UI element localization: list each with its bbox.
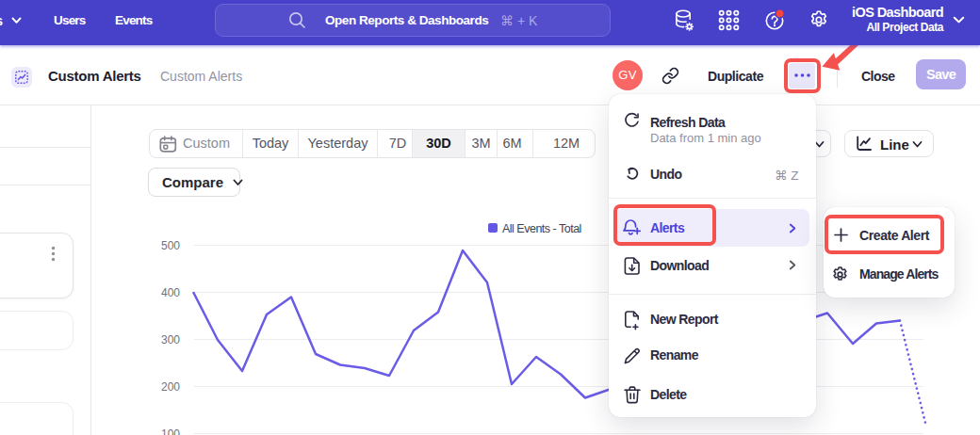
svg-text:100: 100 [161,427,180,435]
svg-text:200: 200 [161,380,180,394]
svg-text:500: 500 [161,239,180,252]
svg-text:400: 400 [161,286,180,299]
svg-text:All Events - Total: All Events - Total [502,222,581,235]
svg-text:300: 300 [161,333,180,346]
